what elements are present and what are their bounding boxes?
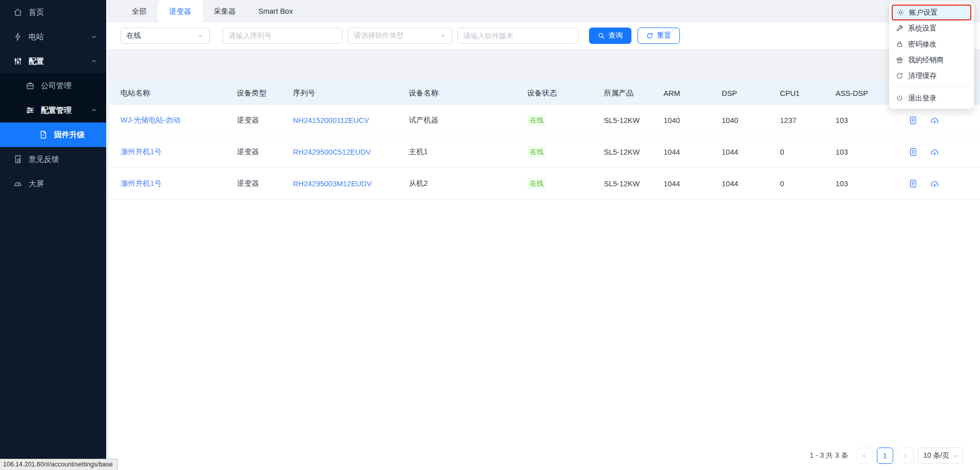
refresh-icon — [896, 72, 903, 80]
status-badge: 在线 — [527, 178, 546, 189]
menu-item-system-settings[interactable]: 系统设置 — [892, 20, 971, 36]
tab-label: 采集器 — [214, 7, 236, 16]
logout-power-icon — [896, 94, 903, 102]
sidebar-submenu-config: 公司管理 配置管理 固件升级 — [0, 73, 106, 147]
cpu1-cell: 0 — [780, 180, 836, 188]
col-header-device-name: 设备名称 — [409, 88, 527, 98]
pagination-summary: 1 - 3 共 3 条 — [810, 451, 848, 460]
col-header-serial: 序列号 — [293, 88, 409, 98]
menu-item-label: 系统设置 — [908, 24, 937, 33]
device-name-cell: 从机2 — [409, 179, 527, 188]
table-header-row: 电站名称 设备类型 序列号 设备名称 设备状态 所属产品 ARM DSP CPU… — [109, 82, 980, 105]
col-header-status: 设备状态 — [527, 88, 604, 98]
product-cell: SL5-12KW — [604, 180, 664, 188]
station-link[interactable]: WJ-光储电站-勿动 — [120, 115, 237, 125]
sidebar-item-label: 电站 — [29, 32, 44, 42]
software-type-placeholder: 请选择软件类型 — [354, 31, 404, 40]
sidebar-item-label: 固件升级 — [54, 130, 85, 140]
menu-item-label: 清理缓存 — [908, 71, 937, 81]
serial-link[interactable]: RH2429500C512EUDV — [293, 148, 409, 156]
serial-link[interactable]: RH24295003M12EUDV — [293, 180, 409, 188]
chevron-up-icon — [91, 58, 97, 64]
menu-item-change-password[interactable]: 密码修改 — [892, 36, 971, 52]
reset-button-label: 重置 — [657, 31, 671, 40]
col-header-arm: ARM — [664, 89, 722, 97]
serial-input[interactable] — [223, 28, 342, 43]
cloud-upload-icon[interactable] — [930, 179, 939, 188]
feedback-icon — [13, 155, 22, 164]
filter-bar: 在线 请选择软件类型 查询 — [106, 22, 980, 49]
bank-icon — [896, 56, 903, 64]
status-cell: 在线 — [527, 115, 604, 126]
software-type-select[interactable]: 请选择软件类型 — [348, 28, 452, 44]
serial-link[interactable]: NH24152000112EUCV — [293, 116, 409, 125]
cloud-upload-icon[interactable] — [930, 147, 939, 157]
tab-collector[interactable]: 采集器 — [203, 0, 248, 22]
browser-status-url: 106.14.201.60/#/account/settings/base — [0, 459, 118, 470]
chevron-down-icon — [91, 34, 97, 40]
device-type-tabbar: 全部 逆变器 采集器 Smart Box — [106, 0, 980, 22]
station-link[interactable]: 滁州并机1号 — [120, 179, 237, 188]
sidebar-item-label: 配置 — [29, 57, 44, 66]
col-header-dsp: DSP — [722, 89, 780, 97]
sidebar-item-company-mgmt[interactable]: 公司管理 — [0, 73, 106, 98]
sidebar-item-station[interactable]: 电站 — [0, 24, 106, 49]
status-badge: 在线 — [527, 146, 546, 158]
table-row: 滁州并机1号 逆变器 RH24295003M12EUDV 从机2 在线 SL5-… — [109, 168, 980, 200]
sidebar-item-config-mgmt[interactable]: 配置管理 — [0, 98, 106, 122]
user-dropdown-menu: 账户设置 系统设置 密码修改 我的经销商 清理缓存 — [889, 2, 974, 109]
firmware-table: 电站名称 设备类型 序列号 设备名称 设备状态 所属产品 ARM DSP CPU… — [109, 82, 980, 470]
tab-label: Smart Box — [258, 7, 293, 15]
status-select[interactable]: 在线 — [120, 28, 210, 44]
search-icon — [598, 32, 605, 39]
station-link[interactable]: 滁州并机1号 — [120, 147, 237, 157]
log-document-icon[interactable] — [909, 147, 918, 157]
product-cell: SL5-12KW — [604, 148, 664, 156]
row-actions — [906, 116, 980, 125]
version-input[interactable] — [458, 28, 578, 43]
menu-item-account-settings[interactable]: 账户设置 — [892, 5, 971, 20]
page-size-select[interactable]: 10 条/页 — [918, 448, 964, 464]
tab-all[interactable]: 全部 — [120, 0, 158, 22]
sidebar-item-label: 意见反馈 — [29, 155, 59, 164]
tab-inverter[interactable]: 逆变器 — [158, 0, 203, 22]
sidebar-item-label: 大屏 — [29, 179, 44, 189]
cloud-upload-icon[interactable] — [930, 116, 939, 125]
arm-cell: 1044 — [664, 180, 722, 188]
menu-item-my-dealer[interactable]: 我的经销商 — [892, 52, 971, 68]
log-document-icon[interactable] — [909, 179, 918, 188]
device-type-cell: 逆变器 — [237, 179, 293, 188]
sliders-icon — [13, 57, 22, 66]
menu-item-label: 退出登录 — [908, 94, 937, 103]
device-name-cell: 试产机器 — [409, 115, 527, 125]
chevron-up-icon — [91, 107, 97, 113]
current-page-button[interactable]: 1 — [877, 448, 893, 464]
device-type-cell: 逆变器 — [237, 115, 293, 125]
row-actions — [906, 147, 980, 157]
tab-smartbox[interactable]: Smart Box — [247, 0, 304, 22]
page-size-value: 10 条/页 — [923, 451, 949, 460]
device-type-cell: 逆变器 — [237, 147, 293, 157]
log-document-icon[interactable] — [909, 116, 918, 125]
sidebar-item-config[interactable]: 配置 — [0, 49, 106, 73]
prev-page-button[interactable] — [856, 448, 873, 464]
query-button[interactable]: 查询 — [589, 28, 631, 44]
row-actions — [906, 179, 980, 188]
dsp-cell: 1044 — [722, 180, 780, 188]
menu-item-clear-cache[interactable]: 清理缓存 — [892, 68, 971, 84]
pagination: 1 - 3 共 3 条 1 10 条/页 — [810, 448, 964, 464]
next-page-button[interactable] — [897, 448, 914, 464]
app-window: 首页 电站 配置 公司管理 — [0, 0, 980, 470]
sidebar-item-feedback[interactable]: 意见反馈 — [0, 147, 106, 171]
menu-divider — [893, 87, 970, 87]
chevron-down-icon — [198, 33, 204, 39]
sidebar-item-firmware-upgrade[interactable]: 固件升级 — [0, 122, 106, 147]
device-name-cell: 主机1 — [409, 147, 527, 157]
status-badge: 在线 — [527, 115, 546, 126]
reset-button[interactable]: 重置 — [638, 28, 680, 44]
sidebar-item-bigscreen[interactable]: 大屏 — [0, 171, 106, 196]
sidebar-item-home[interactable]: 首页 — [0, 0, 106, 24]
col-header-product: 所属产品 — [604, 88, 664, 98]
arm-cell: 1040 — [664, 116, 722, 125]
menu-item-logout[interactable]: 退出登录 — [892, 90, 971, 106]
